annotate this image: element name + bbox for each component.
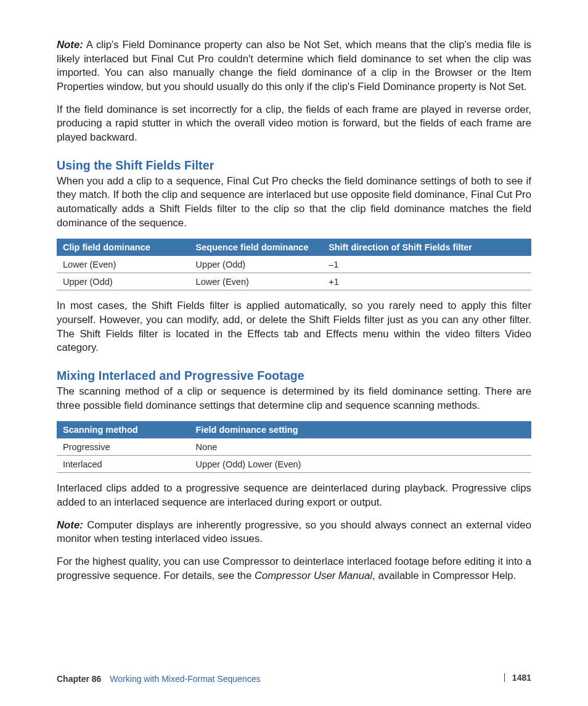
table-cell: Interlaced — [57, 456, 190, 473]
page-footer: Chapter 86 Working with Mixed-Format Seq… — [57, 673, 531, 684]
note-text: Computer displays are inherently progres… — [57, 519, 531, 545]
chapter-title: Working with Mixed-Format Sequences — [110, 674, 260, 684]
table-cell: Lower (Even) — [57, 256, 190, 273]
table-row: Interlaced Upper (Odd) Lower (Even) — [57, 456, 531, 473]
heading-mixing: Mixing Interlaced and Progressive Footag… — [57, 369, 531, 383]
note-label: Note: — [57, 39, 83, 51]
section1-paragraph-1: When you add a clip to a sequence, Final… — [57, 174, 531, 231]
section2-paragraph-3: For the highest quality, you can use Com… — [57, 555, 531, 583]
note-text: A clip's Field Dominance property can al… — [57, 39, 531, 92]
table-cell: Upper (Odd) — [190, 256, 323, 273]
scanning-method-table: Scanning method Field dominance setting … — [57, 421, 531, 473]
table-header: Scanning method — [57, 421, 190, 438]
table-header: Sequence field dominance — [190, 239, 323, 256]
table-cell: Upper (Odd) — [57, 273, 190, 290]
table-cell: Upper (Odd) Lower (Even) — [190, 456, 531, 473]
intro-paragraph-2: If the field dominance is set incorrectl… — [57, 103, 531, 145]
footer-divider-icon — [504, 673, 505, 682]
page-number: 1481 — [512, 673, 531, 683]
table-header: Clip field dominance — [57, 239, 190, 256]
footer-right: 1481 — [504, 673, 531, 683]
note-paragraph-1: Note: A clip's Field Dominance property … — [57, 38, 531, 94]
page-body: Note: A clip's Field Dominance property … — [0, 0, 588, 706]
table-cell: –1 — [322, 256, 531, 273]
table-row: Progressive None — [57, 438, 531, 456]
p3-b: , available in Compressor Help. — [372, 570, 516, 581]
section2-paragraph-1: The scanning method of a clip or sequenc… — [57, 385, 531, 413]
table-header: Field dominance setting — [190, 421, 531, 438]
table-cell: Lower (Even) — [190, 273, 323, 290]
shift-fields-table: Clip field dominance Sequence field domi… — [57, 239, 531, 290]
table-header-row: Scanning method Field dominance setting — [57, 421, 531, 438]
table-cell: Progressive — [57, 438, 190, 456]
note-label: Note: — [57, 519, 83, 531]
table-row: Upper (Odd) Lower (Even) +1 — [57, 273, 531, 290]
note-paragraph-2: Note: Computer displays are inherently p… — [57, 519, 531, 546]
table-cell: None — [190, 438, 531, 456]
table-row: Lower (Even) Upper (Odd) –1 — [57, 256, 531, 273]
table-cell: +1 — [322, 273, 531, 290]
section2-paragraph-2: Interlaced clips added to a progressive … — [57, 482, 531, 509]
chapter-label: Chapter 86 — [57, 674, 101, 684]
table-header-row: Clip field dominance Sequence field domi… — [57, 239, 531, 256]
heading-shift-fields: Using the Shift Fields Filter — [57, 158, 531, 173]
section1-paragraph-2: In most cases, the Shift Fields filter i… — [57, 299, 531, 355]
p3-italic: Compressor User Manual — [255, 570, 372, 581]
table-header: Shift direction of Shift Fields filter — [322, 239, 531, 256]
